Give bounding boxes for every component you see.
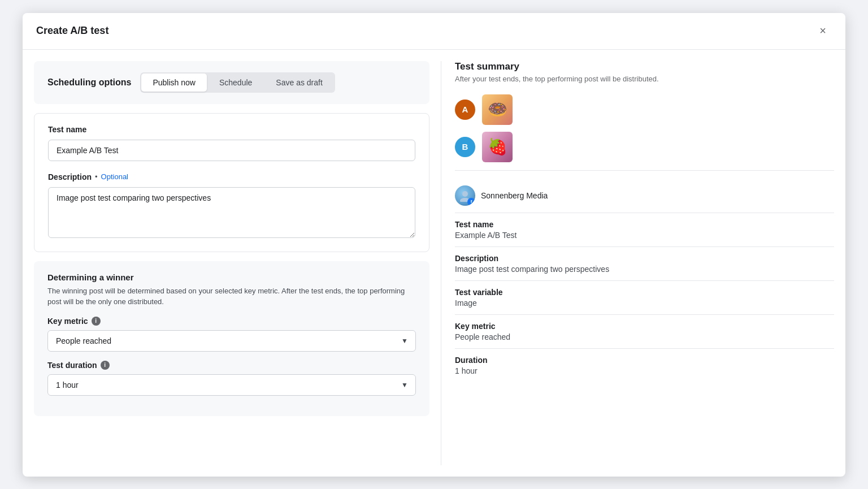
key-metric-info-icon[interactable]: i (92, 317, 101, 326)
publish-now-button[interactable]: Publish now (141, 73, 207, 92)
scheduling-buttons: Publish now Schedule Save as draft (140, 72, 335, 93)
summary-test-variable-label: Test variable (455, 288, 834, 297)
create-ab-test-modal: Create A/B test × Scheduling options Pub… (23, 13, 845, 477)
key-metric-label-row: Key metric i (47, 317, 416, 326)
variant-b-badge: B (455, 137, 475, 157)
page-row: f Sonnenberg Media (455, 179, 834, 213)
dot-separator: • (95, 172, 98, 181)
variant-a-thumb: 🍩 (482, 94, 513, 125)
summary-test-variable-row: Test variable Image (455, 281, 834, 315)
variant-b-row: B 🍓 (455, 132, 834, 162)
modal-title: Create A/B test (36, 25, 108, 37)
winner-card: Determining a winner The winning post wi… (34, 261, 429, 416)
test-duration-select[interactable]: 1 hour 4 hours 8 hours 24 hours (47, 374, 416, 396)
scheduling-header: Scheduling options Publish now Schedule … (47, 72, 416, 93)
key-metric-select[interactable]: People reached Link clicks Reactions (47, 330, 416, 352)
test-name-input[interactable] (48, 140, 415, 161)
key-metric-label: Key metric (47, 317, 88, 326)
summary-test-name-row: Test name Example A/B Test (455, 213, 834, 247)
test-duration-info-icon[interactable]: i (101, 361, 110, 370)
summary-duration-row: Duration 1 hour (455, 349, 834, 382)
save-as-draft-button[interactable]: Save as draft (264, 73, 334, 92)
summary-subtitle: After your test ends, the top performing… (455, 75, 834, 83)
summary-duration-value: 1 hour (455, 366, 834, 375)
summary-key-metric-value: People reached (455, 332, 834, 341)
summary-description-row: Description Image post test comparing tw… (455, 247, 834, 281)
svg-point-0 (462, 191, 468, 197)
left-panel: Scheduling options Publish now Schedule … (34, 61, 441, 465)
variant-a-row: A 🍩 (455, 94, 834, 125)
winner-desc: The winning post will be determined base… (47, 285, 416, 308)
variant-a-image: 🍩 (482, 94, 513, 125)
key-metric-select-wrapper: People reached Link clicks Reactions ▼ (47, 330, 416, 352)
test-duration-select-wrapper: 1 hour 4 hours 8 hours 24 hours ▼ (47, 374, 416, 396)
test-duration-label: Test duration (47, 361, 97, 370)
summary-description-label: Description (455, 254, 834, 263)
scheduling-label: Scheduling options (47, 77, 131, 88)
description-input[interactable]: Image post test comparing two perspectiv… (48, 187, 415, 238)
description-label: Description (48, 172, 92, 181)
summary-key-metric-row: Key metric People reached (455, 315, 834, 349)
test-name-card: Test name Description • Optional Image p… (34, 113, 429, 252)
page-name: Sonnenberg Media (481, 191, 548, 200)
schedule-button[interactable]: Schedule (208, 73, 263, 92)
modal-body: Scheduling options Publish now Schedule … (23, 50, 845, 477)
summary-test-name-value: Example A/B Test (455, 231, 834, 240)
variant-a-badge: A (455, 99, 475, 120)
variant-b-thumb: 🍓 (482, 132, 513, 162)
summary-description-value: Image post test comparing two perspectiv… (455, 265, 834, 274)
test-duration-label-row: Test duration i (47, 361, 416, 370)
page-avatar: f (455, 185, 475, 206)
close-button[interactable]: × (814, 22, 832, 40)
scheduling-card: Scheduling options Publish now Schedule … (34, 61, 429, 104)
facebook-badge-icon: f (467, 198, 475, 206)
modal-header: Create A/B test × (23, 13, 845, 50)
summary-duration-label: Duration (455, 356, 834, 365)
test-name-label: Test name (48, 125, 415, 134)
summary-test-name-label: Test name (455, 220, 834, 229)
summary-title: Test summary (455, 61, 834, 72)
optional-label: Optional (101, 172, 128, 181)
winner-title: Determining a winner (47, 272, 416, 282)
right-panel: Test summary After your test ends, the t… (441, 61, 834, 465)
summary-test-variable-value: Image (455, 298, 834, 308)
description-label-row: Description • Optional (48, 172, 415, 181)
variant-b-image: 🍓 (482, 132, 513, 162)
summary-key-metric-label: Key metric (455, 322, 834, 331)
divider-after-variants (455, 170, 834, 171)
